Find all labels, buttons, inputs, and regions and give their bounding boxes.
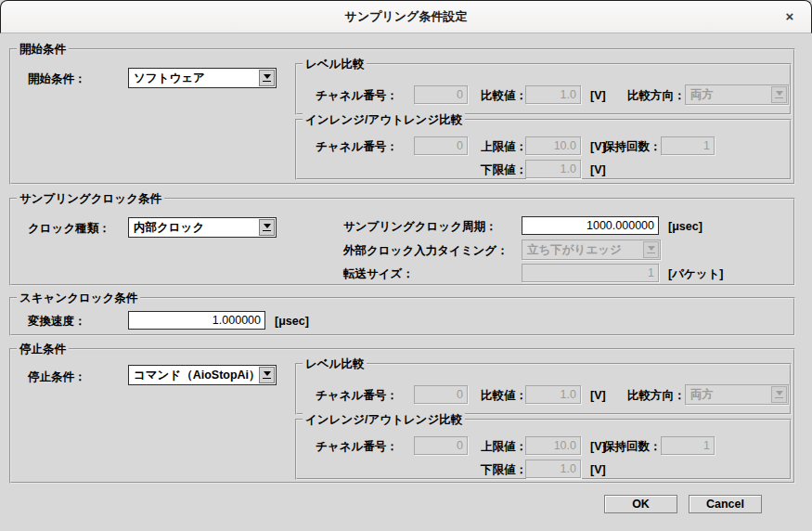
clock-type-combobox[interactable]: 内部クロック bbox=[128, 217, 277, 238]
dropdown-arrow-icon[interactable] bbox=[259, 70, 275, 86]
dialog-title: サンプリング条件設定 bbox=[1, 1, 811, 32]
clock-type-label: クロック種類： bbox=[28, 219, 110, 238]
unit-label: [μsec] bbox=[275, 312, 309, 330]
combobox-value: 内部クロック bbox=[129, 220, 209, 236]
compare-value-label: 比較値： bbox=[481, 386, 527, 405]
level-compare-group: レベル比較 チャネル番号： 比較値： [V] 比較方向： 両方 bbox=[295, 363, 792, 415]
lower-limit-label: 下限値： bbox=[481, 161, 527, 179]
range-compare-group: インレンジ/アウトレンジ比較 チャネル番号： 上限値： [V] 保持回数： 下限… bbox=[295, 119, 792, 180]
stop-condition-combobox[interactable]: コマンド（AioStopAi） bbox=[128, 365, 277, 385]
sampling-clock-group: サンプリングクロック条件 クロック種類： 内部クロック サンプリングクロック周期… bbox=[9, 198, 795, 286]
ok-button[interactable]: OK bbox=[604, 495, 677, 513]
conversion-speed-input[interactable] bbox=[128, 311, 265, 330]
dropdown-arrow-icon[interactable] bbox=[259, 219, 275, 236]
compare-direction-combobox: 両方 bbox=[685, 384, 789, 405]
dropdown-arrow-icon bbox=[643, 241, 659, 258]
unit-label: [V] bbox=[590, 386, 606, 405]
combobox-value: ソフトウェア bbox=[129, 71, 210, 86]
group-legend: レベル比較 bbox=[303, 356, 367, 371]
combobox-value: 両方 bbox=[686, 387, 718, 403]
cancel-button[interactable]: Cancel bbox=[689, 495, 762, 513]
group-legend: 開始条件 bbox=[17, 42, 69, 57]
titlebar: サンプリング条件設定 × bbox=[0, 0, 812, 33]
unit-label: [V] bbox=[590, 161, 606, 179]
compare-value-label: 比較値： bbox=[481, 86, 527, 105]
combobox-value: 立ち下がりエッジ bbox=[522, 242, 626, 258]
start-condition-combobox[interactable]: ソフトウェア bbox=[128, 68, 277, 88]
start-condition-group: 開始条件 開始条件： ソフトウェア レベル比較 チャネル番号： 比較値： [V]… bbox=[9, 48, 795, 185]
stop-condition-group: 停止条件 停止条件： コマンド（AioStopAi） レベル比較 チャネル番号：… bbox=[9, 348, 795, 484]
channel-number-label: チャネル番号： bbox=[316, 437, 398, 456]
combobox-value: コマンド（AioStopAi） bbox=[129, 368, 259, 383]
compare-direction-label: 比較方向： bbox=[627, 386, 686, 405]
sampling-period-input[interactable] bbox=[522, 216, 659, 235]
lower-limit-label: 下限値： bbox=[481, 460, 527, 479]
combobox-value: 両方 bbox=[686, 87, 718, 103]
external-clock-timing-combobox: 立ち下がりエッジ bbox=[522, 240, 661, 260]
compare-value-input bbox=[525, 85, 581, 104]
lower-limit-input bbox=[525, 460, 581, 478]
unit-label: [μsec] bbox=[668, 217, 702, 236]
group-legend: 停止条件 bbox=[17, 342, 69, 356]
stop-condition-label: 停止条件： bbox=[28, 368, 86, 386]
level-compare-group: レベル比較 チャネル番号： 比較値： [V] 比較方向： 両方 bbox=[295, 63, 792, 115]
upper-limit-label: 上限値： bbox=[481, 137, 527, 156]
hold-count-input bbox=[661, 436, 715, 455]
sampling-settings-dialog: サンプリング条件設定 × 開始条件 開始条件： ソフトウェア レベル比較 チャネ… bbox=[0, 0, 812, 531]
unit-label: [パケット] bbox=[668, 265, 724, 283]
compare-direction-combobox: 両方 bbox=[685, 84, 789, 105]
channel-number-input bbox=[414, 436, 468, 455]
channel-number-label: チャネル番号： bbox=[316, 137, 398, 156]
upper-limit-input bbox=[525, 136, 581, 155]
hold-count-label: 保持回数： bbox=[603, 437, 662, 456]
dropdown-arrow-icon bbox=[771, 86, 787, 103]
range-compare-group: インレンジ/アウトレンジ比較 チャネル番号： 上限値： [V] 保持回数： 下限… bbox=[295, 419, 792, 480]
group-legend: スキャンクロック条件 bbox=[17, 291, 140, 305]
compare-value-input bbox=[525, 385, 581, 404]
conversion-speed-label: 変換速度： bbox=[28, 312, 86, 330]
dropdown-arrow-icon bbox=[771, 386, 787, 403]
hold-count-label: 保持回数： bbox=[603, 137, 662, 156]
unit-label: [V] bbox=[590, 460, 606, 479]
transfer-size-label: 転送サイズ： bbox=[343, 265, 414, 283]
channel-number-input bbox=[414, 85, 468, 104]
start-condition-label: 開始条件： bbox=[28, 70, 86, 88]
dropdown-arrow-icon[interactable] bbox=[259, 367, 275, 383]
transfer-size-input bbox=[522, 264, 659, 282]
channel-number-input bbox=[414, 385, 468, 404]
compare-direction-label: 比較方向： bbox=[627, 86, 686, 105]
group-legend: サンプリングクロック条件 bbox=[17, 191, 164, 206]
unit-label: [V] bbox=[590, 86, 606, 105]
channel-number-input bbox=[414, 136, 468, 155]
group-legend: レベル比較 bbox=[303, 57, 367, 71]
sampling-period-label: サンプリングクロック周期： bbox=[343, 217, 496, 236]
channel-number-label: チャネル番号： bbox=[316, 386, 398, 405]
scan-clock-group: スキャンクロック条件 変換速度： [μsec] bbox=[9, 297, 795, 336]
group-legend: インレンジ/アウトレンジ比較 bbox=[303, 412, 465, 427]
hold-count-input bbox=[661, 136, 715, 155]
upper-limit-label: 上限値： bbox=[481, 437, 527, 456]
channel-number-label: チャネル番号： bbox=[316, 86, 398, 105]
dialog-body: 開始条件 開始条件： ソフトウェア レベル比較 チャネル番号： 比較値： [V]… bbox=[0, 33, 812, 531]
lower-limit-input bbox=[525, 160, 581, 178]
upper-limit-input bbox=[525, 436, 581, 455]
close-icon[interactable]: × bbox=[780, 1, 799, 32]
external-clock-timing-label: 外部クロック入力タイミング： bbox=[343, 241, 509, 260]
group-legend: インレンジ/アウトレンジ比較 bbox=[303, 112, 465, 127]
